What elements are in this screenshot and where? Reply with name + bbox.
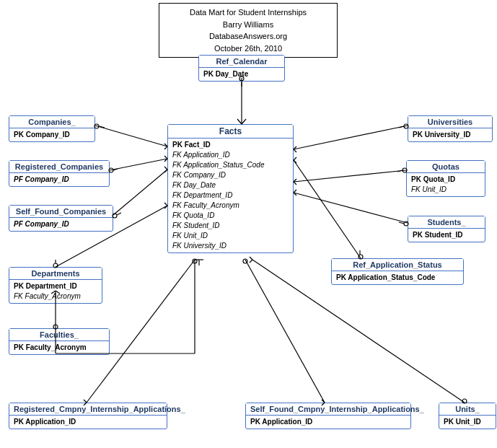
row-fk-app-id: FK Application_ID bbox=[172, 150, 289, 160]
svg-line-40 bbox=[294, 157, 296, 160]
entity-self-found-apps-body: PK Application_ID bbox=[246, 416, 410, 429]
row-pk-university-id: PK University_ID bbox=[413, 130, 488, 140]
entity-self-found-companies: Self_Found_Companies PF Company_ID bbox=[9, 205, 113, 232]
entity-universities-title: Universities bbox=[408, 116, 492, 128]
entity-facts: Facts PK Fact_ID FK Application_ID FK Ap… bbox=[167, 124, 294, 253]
entity-self-found-companies-title: Self_Found_Companies bbox=[9, 206, 113, 218]
title-box: Data Mart for Student Internships Barry … bbox=[159, 3, 338, 58]
title-line1: Data Mart for Student Internships bbox=[165, 6, 331, 19]
row-fk-faculty-acronym: FK Faculty_Acronym bbox=[172, 201, 289, 211]
svg-line-66 bbox=[250, 257, 252, 260]
row-pk-company-id: PK Company_ID bbox=[14, 130, 90, 140]
entity-self-found-apps: Self_Found_Cmpny_Internship_Applications… bbox=[245, 403, 411, 429]
row-pk-day-date: PK Day_Date bbox=[203, 69, 280, 79]
entity-quotas-body: PK Quota_ID FK Unit_ID bbox=[407, 173, 485, 196]
svg-line-25 bbox=[294, 146, 296, 149]
row-pk-sf-app-id: PK Application_ID bbox=[250, 417, 406, 427]
row-fk-company-id: FK Company_ID bbox=[172, 170, 289, 180]
entity-units-body: PK Unit_ID bbox=[439, 416, 496, 429]
svg-line-37 bbox=[294, 160, 361, 258]
entity-ref-app-status-title: Ref_Application_Status bbox=[332, 259, 463, 271]
entity-students: Students_ PK Student_ID bbox=[408, 216, 485, 242]
entity-universities: Universities PK University_ID bbox=[408, 115, 493, 142]
svg-line-29 bbox=[397, 170, 403, 172]
svg-line-3 bbox=[237, 119, 242, 124]
svg-line-14 bbox=[113, 169, 118, 170]
row-fk-department-id: FK Department_ID bbox=[172, 190, 289, 201]
entity-departments-title: Departments bbox=[9, 268, 102, 280]
entity-self-found-companies-body: PF Company_ID bbox=[9, 218, 113, 231]
entity-facts-body: PK Fact_ID FK Application_ID FK Applicat… bbox=[168, 139, 293, 252]
title-line3: DatabaseAnswers.org bbox=[165, 30, 331, 43]
row-fk-app-status-code: FK Application_Status_Code bbox=[172, 160, 289, 170]
row-pk-quota-id: PK Quota_ID bbox=[411, 175, 480, 185]
svg-line-22 bbox=[294, 126, 408, 149]
row-fk-day-date: FK Day_Date bbox=[172, 180, 289, 190]
row-pk-faculty-acronym: PK Faculty_Acronym bbox=[14, 343, 105, 353]
row-pf-company-id-sf: PF Company_ID bbox=[14, 219, 108, 229]
entity-companies-title: Companies_ bbox=[9, 116, 94, 128]
entity-registered-companies: Registered_Companies PF Company_ID bbox=[9, 160, 110, 187]
svg-line-35 bbox=[294, 190, 296, 193]
svg-line-30 bbox=[294, 179, 296, 182]
entity-universities-body: PK University_ID bbox=[408, 128, 492, 141]
svg-line-17 bbox=[113, 170, 167, 215]
svg-line-4 bbox=[242, 119, 246, 124]
entity-departments-body: PK Department_ID FK Faculty_Acronym bbox=[9, 280, 102, 303]
row-fk-student-id: FK Student_ID bbox=[172, 221, 289, 231]
entity-self-found-apps-title: Self_Found_Cmpny_Internship_Applications… bbox=[246, 403, 410, 416]
entity-ref-app-status: Ref_Application_Status PK Application_St… bbox=[331, 258, 464, 285]
entity-ref-calendar-title: Ref_Calendar bbox=[199, 56, 284, 68]
svg-line-12 bbox=[110, 159, 167, 170]
row-fk-unit-id-quotas: FK Unit_ID bbox=[411, 185, 480, 195]
svg-line-31 bbox=[294, 182, 296, 185]
entity-quotas: Quotas PK Quota_ID FK Unit_ID bbox=[406, 160, 485, 197]
svg-line-57 bbox=[245, 260, 325, 403]
svg-line-67 bbox=[250, 260, 252, 263]
row-pk-dept-id: PK Department_ID bbox=[14, 281, 97, 291]
row-pk-app-status-code: PK Application_Status_Code bbox=[336, 273, 459, 283]
title-line2: Barry Williams bbox=[165, 19, 331, 31]
entity-registered-apps: Registered_Cmpny_Internship_Applications… bbox=[9, 403, 167, 429]
entity-facts-title: Facts bbox=[168, 125, 293, 139]
title-line4: October 26th, 2010 bbox=[165, 43, 331, 55]
entity-students-title: Students_ bbox=[408, 216, 485, 229]
entity-quotas-title: Quotas bbox=[407, 161, 485, 173]
svg-point-60 bbox=[243, 259, 247, 263]
entity-companies: Companies_ PK Company_ID bbox=[9, 115, 95, 142]
entity-faculties: Faculties_ PK Faculty_Acronym bbox=[9, 328, 110, 355]
entity-ref-app-status-body: PK Application_Status_Code bbox=[332, 271, 463, 284]
svg-line-27 bbox=[294, 170, 406, 182]
entity-departments: Departments PK Department_ID FK Faculty_… bbox=[9, 267, 102, 304]
entity-registered-apps-body: PK Application_ID bbox=[9, 416, 167, 429]
row-fk-faculty-acronym-dept: FK Faculty_Acronym bbox=[14, 291, 97, 302]
row-pk-reg-app-id: PK Application_ID bbox=[14, 417, 162, 427]
entity-registered-companies-body: PF Company_ID bbox=[9, 173, 109, 186]
entity-units-title: Units_ bbox=[439, 403, 496, 416]
entity-registered-companies-title: Registered_Companies bbox=[9, 161, 109, 173]
svg-line-36 bbox=[294, 193, 296, 196]
entity-units: Units_ PK Unit_ID bbox=[439, 403, 496, 429]
svg-line-32 bbox=[294, 193, 408, 223]
entity-ref-calendar: Ref_Calendar PK Day_Date bbox=[198, 55, 285, 82]
entity-faculties-title: Faculties_ bbox=[9, 329, 109, 341]
svg-line-19 bbox=[117, 213, 121, 215]
svg-line-9 bbox=[100, 126, 105, 128]
entity-faculties-body: PK Faculty_Acronym bbox=[9, 341, 109, 354]
svg-line-26 bbox=[294, 149, 296, 152]
diagram: Data Mart for Student Internships Barry … bbox=[0, 0, 497, 448]
svg-line-41 bbox=[294, 160, 296, 163]
entity-companies-body: PK Company_ID bbox=[9, 128, 94, 141]
row-pk-student-id: PK Student_ID bbox=[413, 230, 480, 240]
entity-students-body: PK Student_ID bbox=[408, 229, 485, 242]
entity-ref-calendar-body: PK Day_Date bbox=[199, 68, 284, 81]
svg-line-24 bbox=[399, 126, 404, 128]
row-pf-company-id-reg: PF Company_ID bbox=[14, 175, 105, 185]
row-fk-unit-id: FK Unit_ID bbox=[172, 231, 289, 241]
row-pk-fact-id: PK Fact_ID bbox=[172, 140, 289, 150]
svg-point-56 bbox=[193, 259, 197, 263]
row-pk-unit-id: PK Unit_ID bbox=[444, 417, 491, 427]
svg-line-34 bbox=[399, 222, 404, 224]
entity-registered-apps-title: Registered_Cmpny_Internship_Applications… bbox=[9, 403, 167, 416]
row-fk-quota-id: FK Quota_ID bbox=[172, 211, 289, 221]
